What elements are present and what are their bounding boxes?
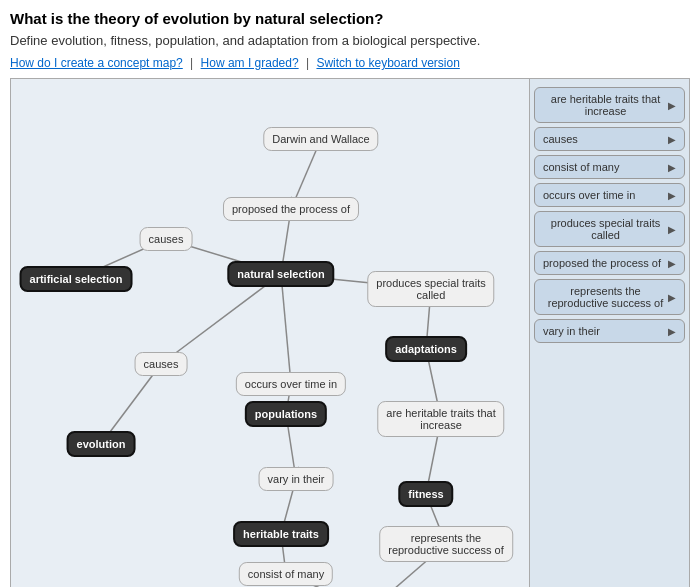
node-consist[interactable]: consist of many — [239, 562, 333, 586]
map-area[interactable]: Darwin and Wallacenatural selectionartif… — [11, 79, 529, 587]
sidebar-item-5[interactable]: proposed the process of▶ — [534, 251, 685, 275]
arrow-icon: ▶ — [668, 258, 676, 269]
node-artificial_selection[interactable]: artificial selection — [20, 266, 133, 292]
node-adaptations[interactable]: adaptations — [385, 336, 467, 362]
subtitle: Define evolution, fitness, population, a… — [10, 33, 690, 48]
arrow-icon: ▶ — [668, 162, 676, 173]
sidebar-item-6[interactable]: represents the reproductive success of▶ — [534, 279, 685, 315]
node-causes2[interactable]: causes — [135, 352, 188, 376]
arrow-icon: ▶ — [668, 100, 676, 111]
arrow-icon: ▶ — [668, 224, 676, 235]
svg-line-9 — [281, 274, 291, 384]
graded-link[interactable]: How am I graded? — [201, 56, 299, 70]
node-fitness[interactable]: fitness — [398, 481, 453, 507]
node-occurs[interactable]: occurs over time in — [236, 372, 346, 396]
help-link[interactable]: How do I create a concept map? — [10, 56, 183, 70]
node-evolution[interactable]: evolution — [67, 431, 136, 457]
sidebar-item-0[interactable]: are heritable traits that increase▶ — [534, 87, 685, 123]
concept-map-container: Darwin and Wallacenatural selectionartif… — [10, 78, 690, 587]
node-proposed[interactable]: proposed the process of — [223, 197, 359, 221]
sidebar-item-4[interactable]: produces special traits called▶ — [534, 211, 685, 247]
arrow-icon: ▶ — [668, 190, 676, 201]
node-natural_selection[interactable]: natural selection — [227, 261, 334, 287]
sidebar: are heritable traits that increase▶cause… — [529, 79, 689, 587]
arrow-icon: ▶ — [668, 326, 676, 337]
node-populations[interactable]: populations — [245, 401, 327, 427]
sidebar-item-2[interactable]: consist of many▶ — [534, 155, 685, 179]
node-vary[interactable]: vary in their — [259, 467, 334, 491]
page-title: What is the theory of evolution by natur… — [10, 10, 690, 27]
svg-line-5 — [161, 274, 281, 364]
arrow-icon: ▶ — [668, 134, 676, 145]
keyboard-link[interactable]: Switch to keyboard version — [316, 56, 459, 70]
sidebar-item-3[interactable]: occurs over time in▶ — [534, 183, 685, 207]
links-bar: How do I create a concept map? | How am … — [10, 56, 690, 70]
node-heritable[interactable]: are heritable traits thatincrease — [377, 401, 504, 437]
node-causes1[interactable]: causes — [140, 227, 193, 251]
node-heritable_traits[interactable]: heritable traits — [233, 521, 329, 547]
sidebar-item-1[interactable]: causes▶ — [534, 127, 685, 151]
node-produces[interactable]: produces special traitscalled — [367, 271, 494, 307]
node-represents[interactable]: represents thereproductive success of — [379, 526, 513, 562]
arrow-icon: ▶ — [668, 292, 676, 303]
sidebar-item-7[interactable]: vary in their▶ — [534, 319, 685, 343]
node-darwin[interactable]: Darwin and Wallace — [263, 127, 378, 151]
